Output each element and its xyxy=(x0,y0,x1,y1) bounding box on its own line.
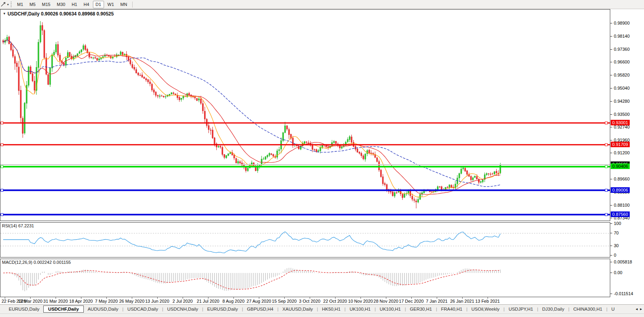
rsi-axis-label: 0 xyxy=(614,253,616,257)
line-handle[interactable] xyxy=(605,144,607,146)
line-handle[interactable] xyxy=(1,165,3,168)
tab-ger30-h1[interactable]: GER30,H1 xyxy=(407,306,435,312)
hline-0-90406[interactable] xyxy=(0,165,610,168)
time-axis[interactable]: 22 Feb 202012 Mar 202031 Mar 202018 Apr … xyxy=(0,297,610,304)
date-label: 8 Aug 2020 xyxy=(222,299,245,304)
hline-0-87560[interactable] xyxy=(0,213,610,216)
tab-usdchf-daily[interactable]: USDCHF,Daily xyxy=(43,305,83,313)
price-axis-label-tick xyxy=(610,62,612,62)
tab-fra40-h1[interactable]: FRA40,H1 xyxy=(438,306,466,312)
price-badge-0-91709: 0.91709 xyxy=(611,142,630,147)
tab-audusd-daily[interactable]: AUDUSD,Daily xyxy=(85,306,121,312)
date-label: 3 Oct 2020 xyxy=(299,299,320,304)
rsi-axis-label-tick xyxy=(610,255,612,256)
timeframe-button-m1[interactable]: M1 xyxy=(14,1,26,8)
hline-0-93001[interactable] xyxy=(0,122,610,124)
timeframe-button-d1[interactable]: D1 xyxy=(93,1,104,8)
line-handle[interactable] xyxy=(1,122,3,124)
mt4-window: ▾ M1M5M15M30H1H4D1W1MN ▼USDCHF,Daily 0.9… xyxy=(0,0,644,317)
chart-tab-bar: EURUSD,DailyUSDCHF,DailyAUDUSD,Daily|USD… xyxy=(0,304,644,313)
rsi-line xyxy=(3,232,500,253)
timeframe-button-mn[interactable]: MN xyxy=(118,1,130,8)
macd-axis-label: 0.005818 xyxy=(614,259,632,264)
date-label: 13 Jun 2020 xyxy=(145,299,170,304)
line-handle[interactable] xyxy=(1,144,3,146)
status-bar xyxy=(0,313,644,317)
rsi-canvas[interactable] xyxy=(0,223,610,257)
tab-scroll-right-icon[interactable]: ▸ xyxy=(639,306,643,312)
hline-0-90525[interactable] xyxy=(0,164,610,165)
tab-separator: | xyxy=(122,307,123,311)
timeframe-toolbar: ▾ M1M5M15M30H1H4D1W1MN xyxy=(0,0,644,9)
date-label: 31 Mar 2020 xyxy=(43,299,68,304)
tab-usdjpy-h1[interactable]: USDJPY,H1 xyxy=(505,306,536,312)
line-handle[interactable] xyxy=(605,213,607,216)
macd-axis-label: 0.00 xyxy=(614,270,622,275)
tab-gbpusd-h4[interactable]: GBPUSD,H4 xyxy=(244,306,276,312)
rsi-axis-label-tick xyxy=(610,246,612,246)
hline-0-91709[interactable] xyxy=(0,144,610,146)
price-axis-label-tick xyxy=(610,205,612,206)
hline-0-89006[interactable] xyxy=(0,189,610,192)
tab-separator: | xyxy=(345,307,346,311)
line-handle[interactable] xyxy=(1,213,3,216)
line-handle[interactable] xyxy=(605,189,607,192)
timeframe-button-m30[interactable]: M30 xyxy=(54,1,68,8)
tab-separator: | xyxy=(466,307,467,311)
date-label: 26 May 2020 xyxy=(119,299,145,304)
price-axis-label: 0.98900 xyxy=(614,21,630,25)
rsi-pane[interactable]: RSI(14) 67.2231 xyxy=(0,222,610,257)
pointer-tool-icon xyxy=(0,1,7,8)
timeframe-button-h1[interactable]: H1 xyxy=(69,1,80,8)
price-badge-0-93001: 0.93001 xyxy=(611,120,630,125)
line-handle[interactable] xyxy=(605,165,607,168)
chart-dropdown-icon[interactable]: ▼ xyxy=(3,12,6,15)
price-axis-label-tick xyxy=(610,114,612,115)
timeframe-button-m5[interactable]: M5 xyxy=(27,1,38,8)
macd-canvas[interactable] xyxy=(0,259,610,297)
rsi-label: RSI(14) 67.2231 xyxy=(2,223,34,228)
line-handle[interactable] xyxy=(605,122,607,124)
price-axis-label: 0.93500 xyxy=(614,112,630,117)
tab-uk100-h1[interactable]: UK100,H1 xyxy=(376,306,404,312)
tab-uk100-h1[interactable]: UK100,H1 xyxy=(346,306,374,312)
rsi-axis-label-tick xyxy=(610,233,612,233)
timeframe-button-h4[interactable]: H4 xyxy=(81,1,92,8)
tab-hk50-h1[interactable]: HK50,H1 xyxy=(319,306,344,312)
price-axis[interactable]: 0.989000.981400.973600.966000.958200.950… xyxy=(610,9,644,297)
tab-usdcad-daily[interactable]: USDCAD,Daily xyxy=(124,306,161,312)
macd-pane[interactable]: MACD(12,26,9) 0.002242 0.001155 xyxy=(0,259,610,297)
tab-u[interactable]: U xyxy=(608,306,618,312)
tab-eurusd-daily[interactable]: EURUSD,Daily xyxy=(6,306,42,312)
pointer-tool-button[interactable]: ▾ xyxy=(0,0,10,8)
price-axis-label-tick xyxy=(610,140,612,140)
price-axis-label: 0.96600 xyxy=(614,60,630,64)
date-label: 15 Sep 2020 xyxy=(272,299,297,304)
tool-dropdown-caret-icon[interactable]: ▾ xyxy=(7,3,9,6)
main-chart-canvas[interactable] xyxy=(0,10,610,221)
tab-dj30-daily[interactable]: DJ30,Daily xyxy=(539,306,568,312)
tab-xauusd-daily[interactable]: XAUUSD,Daily xyxy=(279,306,316,312)
date-label: 21 Jul 2020 xyxy=(197,299,220,304)
date-label: 27 Aug 2020 xyxy=(247,299,271,304)
date-label: 12 Mar 2020 xyxy=(18,299,42,304)
tab-china300-h1[interactable]: CHINA300,H1 xyxy=(570,306,605,312)
date-label: 2 Jul 2020 xyxy=(173,299,193,304)
price-badge-0-87560: 0.87560 xyxy=(611,211,630,217)
timeframe-button-m15[interactable]: M15 xyxy=(39,1,53,8)
main-price-pane[interactable]: ▼USDCHF,Daily 0.90026 0.90634 0.89968 0.… xyxy=(0,9,610,221)
tab-eurusd-daily[interactable]: EURUSD,Daily xyxy=(204,306,241,312)
tab-scroll-buttons: ◂ ▸ xyxy=(634,306,643,312)
date-label: 7 Jan 2021 xyxy=(426,299,447,304)
toolbar-grip[interactable] xyxy=(11,2,12,7)
tab-usdcnh-daily[interactable]: USDCNH,Daily xyxy=(164,306,201,312)
tab-separator: | xyxy=(537,307,538,311)
tab-scroll-left-icon[interactable]: ◂ xyxy=(634,306,639,312)
timeframe-button-w1[interactable]: W1 xyxy=(105,1,117,8)
price-axis-label-tick xyxy=(610,127,612,127)
chart-tabs: EURUSD,DailyUSDCHF,DailyAUDUSD,Daily|USD… xyxy=(6,305,631,313)
price-axis-label: 0.95040 xyxy=(614,86,630,90)
line-handle[interactable] xyxy=(1,189,3,192)
tab-usoil-weekly[interactable]: USOil,Weekly xyxy=(468,306,503,312)
price-axis-label-tick xyxy=(610,218,612,218)
